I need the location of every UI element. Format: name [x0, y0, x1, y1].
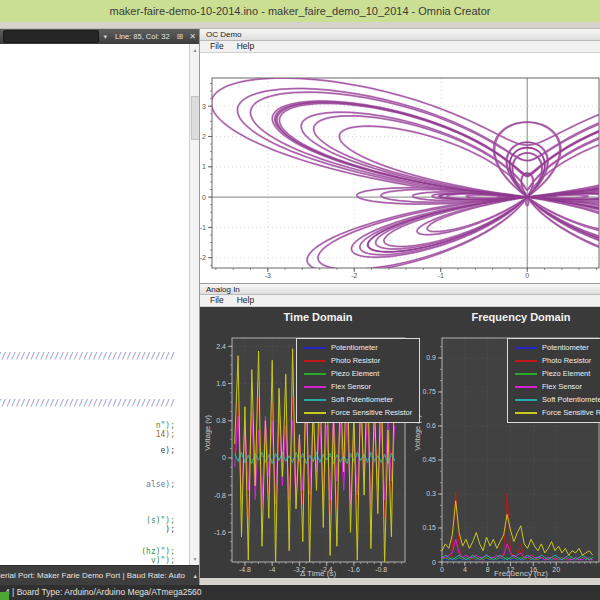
- legend-swatch: [515, 360, 537, 362]
- svg-text:0.8: 0.8: [216, 417, 226, 424]
- legend-item: Flex Sensor: [515, 383, 600, 391]
- svg-text:0: 0: [222, 454, 226, 461]
- legend-label: Flex Sensor: [542, 383, 582, 391]
- legend-item: Photo Resistor: [515, 357, 600, 365]
- cursor-position-indicator: Line: 85, Col: 32: [115, 32, 170, 41]
- menu-help[interactable]: Help: [237, 41, 254, 52]
- window-title: maker-faire-demo-10-2014.ino - maker_fai…: [0, 0, 600, 22]
- legend-item: Potentiometer: [304, 344, 412, 352]
- board-status-text: 4 | Board Type: Arduino/Arduino Mega/ATm…: [5, 587, 202, 597]
- svg-text:0.3: 0.3: [426, 490, 436, 497]
- legend-swatch: [304, 399, 326, 401]
- code-line: e);: [161, 446, 175, 455]
- legend-item: Photo Resistor: [304, 357, 412, 365]
- legend-label: Soft Potentiometer: [542, 396, 600, 404]
- legend-swatch: [515, 373, 537, 375]
- frequency-domain-legend: PotentiometerPhoto ResistorPiezo Element…: [507, 338, 600, 423]
- time-domain-legend: PotentiometerPhoto ResistorPiezo Element…: [296, 338, 420, 423]
- svg-text:-1: -1: [200, 224, 206, 231]
- svg-text:3: 3: [202, 103, 206, 110]
- svg-text:20: 20: [552, 566, 560, 573]
- legend-item: Piezo Element: [515, 370, 600, 378]
- legend-item: Potentiometer: [515, 344, 600, 352]
- frequency-domain-title: Frequency Domain: [471, 311, 570, 323]
- split-editor-icon[interactable]: ⊞: [177, 32, 184, 41]
- file-selector-dropdown[interactable]: ▾: [3, 30, 99, 43]
- svg-text:0: 0: [525, 272, 529, 279]
- svg-text:0.15: 0.15: [422, 524, 436, 531]
- legend-label: Potentiometer: [542, 344, 589, 352]
- time-yaxis-label: Voltage (v): [203, 415, 212, 451]
- code-editor[interactable]: ////////////////////////////////////////…: [0, 44, 190, 565]
- svg-text:2.4: 2.4: [216, 343, 226, 350]
- code-line: );: [165, 525, 175, 534]
- legend-label: Photo Resistor: [331, 357, 380, 365]
- svg-text:0: 0: [432, 559, 436, 566]
- svg-text:8: 8: [486, 566, 490, 573]
- legend-swatch: [515, 347, 537, 349]
- code-line: alse);: [146, 480, 175, 489]
- legend-label: Piezo Element: [331, 370, 379, 378]
- menu-help[interactable]: Help: [237, 295, 254, 306]
- svg-text:2: 2: [202, 133, 206, 140]
- code-line: (hz)");: [141, 547, 175, 556]
- code-line: (s)");: [146, 516, 175, 525]
- legend-item: Soft Potentiometer: [304, 396, 412, 404]
- legend-label: Piezo Element: [542, 370, 590, 378]
- omnia-creator-window: maker-faire-demo-10-2014.ino - maker_fai…: [0, 0, 600, 600]
- serial-status-bar: Serial Port: Maker Farie Demo Port | Bau…: [0, 565, 200, 585]
- time-xaxis-label: Δ Time (s): [300, 569, 336, 578]
- legend-swatch: [304, 386, 326, 388]
- editor-topbar: ▾ Line: 85, Col: 32 ⊞ ✕: [0, 29, 200, 44]
- svg-text:-1: -1: [438, 272, 444, 279]
- svg-text:4: 4: [463, 566, 467, 573]
- code-line: ////////////////////////////////////////…: [0, 399, 175, 408]
- svg-text:-2: -2: [351, 272, 357, 279]
- svg-text:-4: -4: [269, 566, 275, 573]
- svg-text:0: 0: [202, 194, 206, 201]
- legend-swatch: [304, 373, 326, 375]
- status-indicator: [0, 592, 9, 600]
- svg-text:1.6: 1.6: [216, 380, 226, 387]
- legend-label: Force Sensitive Resistor: [542, 409, 600, 417]
- svg-text:0.45: 0.45: [422, 456, 436, 463]
- legend-swatch: [515, 399, 537, 401]
- legend-item: Soft Potentiometer: [515, 396, 600, 404]
- legend-item: Piezo Element: [304, 370, 412, 378]
- collapse-panel-icon[interactable]: ▴: [193, 566, 197, 585]
- board-status-bar: 4 | Board Type: Arduino/Arduino Mega/ATm…: [0, 585, 600, 600]
- legend-swatch: [515, 412, 537, 414]
- close-editor-icon[interactable]: ✕: [189, 32, 196, 41]
- legend-item: Force Sensitive Resistor: [515, 409, 600, 417]
- svg-text:-2: -2: [200, 254, 206, 261]
- menu-file[interactable]: File: [210, 41, 224, 52]
- svg-text:-0.8: -0.8: [375, 566, 387, 573]
- freq-xaxis-label: Frequency (hz): [494, 569, 548, 578]
- svg-text:-1.6: -1.6: [348, 566, 360, 573]
- svg-text:0.6: 0.6: [426, 422, 436, 429]
- oc-demo-menubar: File Help: [200, 41, 600, 53]
- toolbar-strip: [0, 22, 600, 29]
- legend-label: Flex Sensor: [331, 383, 371, 391]
- svg-text:0: 0: [440, 566, 444, 573]
- legend-swatch: [515, 386, 537, 388]
- code-line: ////////////////////////////////////////…: [0, 352, 175, 361]
- code-line: n");: [156, 421, 175, 430]
- svg-text:-3: -3: [265, 272, 271, 279]
- svg-text:-0.8: -0.8: [214, 492, 226, 499]
- oc-plot[interactable]: -3-2-10-2-10123: [200, 53, 600, 283]
- legend-swatch: [304, 412, 326, 414]
- oc-demo-titlebar: OC Demo: [200, 29, 600, 41]
- analog-in-titlebar: Analog In: [200, 283, 600, 295]
- legend-swatch: [304, 347, 326, 349]
- svg-text:0.75: 0.75: [422, 388, 436, 395]
- oc-demo-window: OC Demo File Help -3-2-10-2-10123: [200, 29, 600, 283]
- legend-label: Potentiometer: [331, 344, 378, 352]
- menu-file[interactable]: File: [210, 295, 224, 306]
- legend-item: Flex Sensor: [304, 383, 412, 391]
- serial-status-text: Serial Port: Maker Farie Demo Port | Bau…: [0, 566, 185, 585]
- code-line: 14);: [156, 430, 175, 439]
- legend-swatch: [304, 360, 326, 362]
- legend-label: Force Sensitive Resistor: [331, 409, 412, 417]
- analog-in-window: Analog In File Help -4.8-4-3.2-2.4-1.6-0…: [200, 283, 600, 585]
